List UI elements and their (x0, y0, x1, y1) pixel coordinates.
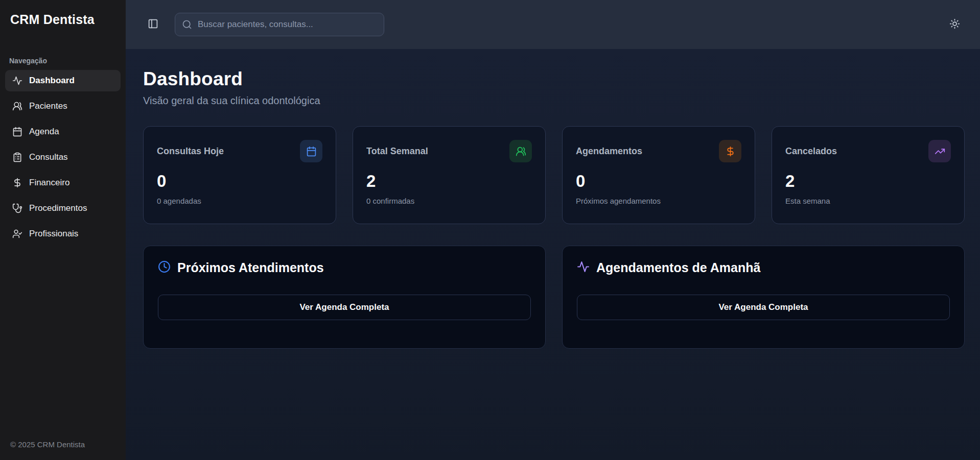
stat-label: Consultas Hoje (157, 146, 224, 157)
theme-toggle-button[interactable] (945, 15, 964, 34)
sidebar-item-label: Procedimentos (29, 203, 87, 213)
calendar-icon (12, 127, 22, 137)
main-area: Dashboard Visão geral da sua clínica odo… (126, 0, 980, 460)
stat-cards-row: Consultas Hoje 0 0 agendadas Total Seman… (143, 126, 965, 224)
sidebar-item-label: Agenda (29, 127, 59, 137)
stat-caption: Esta semana (785, 197, 951, 205)
stat-card-agendamentos: Agendamentos 0 Próximos agendamentos (562, 126, 755, 224)
stat-value: 0 (576, 173, 741, 189)
stat-value: 0 (157, 173, 322, 189)
sidebar-nav: Dashboard Pacientes Agenda Consultas Fin… (0, 70, 126, 249)
users-icon (509, 140, 532, 162)
sun-icon (949, 18, 960, 31)
app-title: CRM Dentista (0, 0, 126, 32)
dashboard-content: Dashboard Visão geral da sua clínica odo… (126, 49, 980, 460)
nav-section-label: Navegação (9, 57, 115, 65)
panels-row: Próximos Atendimentos Ver Agenda Complet… (143, 246, 965, 349)
sidebar-item-procedimentos[interactable]: Procedimentos (5, 198, 121, 219)
sidebar-item-label: Financeiro (29, 178, 69, 188)
sidebar-item-financeiro[interactable]: Financeiro (5, 172, 121, 193)
stethoscope-icon (12, 203, 22, 213)
dollar-icon (12, 178, 22, 188)
clock-icon (158, 260, 171, 275)
stat-caption: Próximos agendamentos (576, 197, 741, 205)
sidebar: CRM Dentista Navegação Dashboard Pacient… (0, 0, 126, 460)
search-input[interactable] (175, 13, 384, 36)
sidebar-item-dashboard[interactable]: Dashboard (5, 70, 121, 91)
sidebar-item-label: Dashboard (29, 76, 75, 86)
stat-label: Cancelados (785, 146, 837, 157)
sidebar-toggle-button[interactable] (144, 16, 161, 33)
panel-left-icon (148, 18, 158, 31)
panel-title: Agendamentos de Amanhã (596, 260, 760, 275)
copyright: © 2025 CRM Dentista (10, 440, 85, 449)
stat-caption: 0 agendadas (157, 197, 322, 205)
users-icon (12, 101, 22, 111)
stat-value: 2 (366, 173, 532, 189)
user-check-icon (12, 229, 22, 239)
stat-label: Total Semanal (366, 146, 428, 157)
sidebar-item-label: Pacientes (29, 101, 67, 111)
sidebar-item-pacientes[interactable]: Pacientes (5, 95, 121, 117)
sidebar-item-agenda[interactable]: Agenda (5, 121, 121, 142)
panel-agendamentos-amanha: Agendamentos de Amanhã Ver Agenda Comple… (562, 246, 965, 349)
sidebar-item-label: Consultas (29, 152, 68, 162)
stat-card-cancelados: Cancelados 2 Esta semana (772, 126, 965, 224)
sidebar-item-consultas[interactable]: Consultas (5, 147, 121, 168)
page-title: Dashboard (143, 68, 965, 90)
panel-title: Próximos Atendimentos (177, 260, 324, 275)
page-subtitle: Visão geral da sua clínica odontológica (143, 95, 965, 107)
sidebar-item-profissionais[interactable]: Profissionais (5, 223, 121, 245)
activity-icon (577, 260, 590, 275)
topbar (126, 0, 980, 49)
trending-up-icon (928, 140, 951, 162)
clipboard-list-icon (12, 152, 22, 162)
stat-value: 2 (785, 173, 951, 189)
dollar-icon (719, 140, 741, 162)
stat-card-total-semanal: Total Semanal 2 0 confirmadas (353, 126, 546, 224)
activity-icon (12, 76, 22, 86)
calendar-icon (300, 140, 322, 162)
panel-proximos-atendimentos: Próximos Atendimentos Ver Agenda Complet… (143, 246, 546, 349)
sidebar-item-label: Profissionais (29, 229, 78, 239)
stat-label: Agendamentos (576, 146, 642, 157)
search-box (175, 13, 384, 36)
stat-card-consultas-hoje: Consultas Hoje 0 0 agendadas (143, 126, 336, 224)
ver-agenda-completa-button[interactable]: Ver Agenda Completa (577, 295, 950, 320)
ver-agenda-completa-button[interactable]: Ver Agenda Completa (158, 295, 531, 320)
stat-caption: 0 confirmadas (366, 197, 532, 205)
